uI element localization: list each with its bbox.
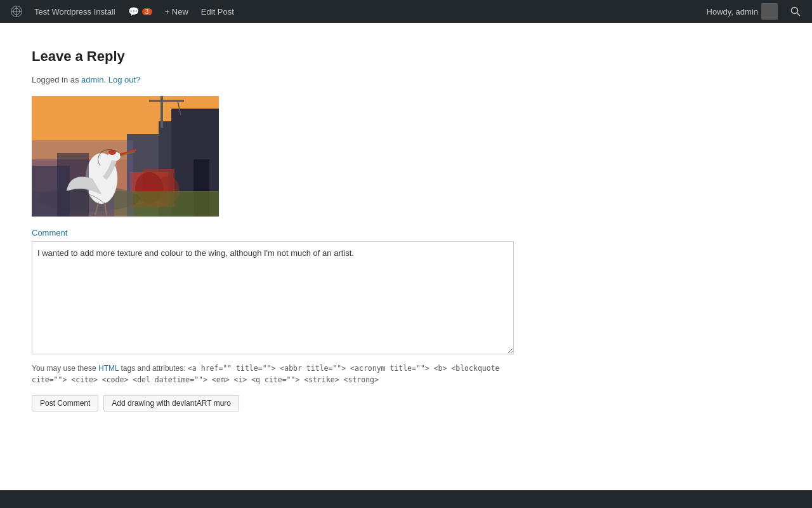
leave-reply-title: Leave a Reply xyxy=(32,48,780,65)
add-drawing-button[interactable]: Add drawing with deviantART muro xyxy=(103,395,239,411)
search-button[interactable] xyxy=(784,0,807,23)
admin-bar: Test Wordpress Install 💬 3 + New Edit Po… xyxy=(0,0,812,23)
wp-logo-button[interactable] xyxy=(5,0,28,23)
comments-badge: 3 xyxy=(142,8,152,15)
avatar-container xyxy=(32,96,780,217)
logout-link[interactable]: Log out? xyxy=(108,75,141,84)
svg-line-5 xyxy=(797,13,801,17)
wordpress-icon xyxy=(10,5,23,18)
post-comment-button[interactable]: Post Comment xyxy=(32,395,98,411)
admin-avatar-icon xyxy=(761,3,778,20)
admin-bar-right: Howdy, admin xyxy=(700,0,807,23)
edit-post-button[interactable]: Edit Post xyxy=(195,0,240,23)
search-icon xyxy=(790,6,801,17)
artwork-image xyxy=(32,96,219,217)
comment-label: Comment xyxy=(32,228,780,237)
bottom-bar xyxy=(0,490,812,508)
comment-textarea[interactable]: I wanted to add more texture and colour … xyxy=(32,241,514,354)
site-title[interactable]: Test Wordpress Install xyxy=(28,0,122,23)
main-content: Leave a Reply Logged in as admin. Log ou… xyxy=(0,23,812,508)
howdy-admin[interactable]: Howdy, admin xyxy=(700,0,784,23)
new-button[interactable]: + New xyxy=(159,0,195,23)
logged-in-text: Logged in as admin. Log out? xyxy=(32,75,780,84)
buttons-row: Post Comment Add drawing with deviantART… xyxy=(32,395,780,411)
comments-button[interactable]: 💬 3 xyxy=(122,0,159,23)
html-tags-info: You may use these HTML tags and attribut… xyxy=(32,363,514,386)
admin-bar-left: Test Wordpress Install 💬 3 + New Edit Po… xyxy=(5,0,700,23)
comments-icon: 💬 xyxy=(128,6,139,17)
svg-point-4 xyxy=(792,8,798,14)
admin-link[interactable]: admin xyxy=(81,75,103,84)
